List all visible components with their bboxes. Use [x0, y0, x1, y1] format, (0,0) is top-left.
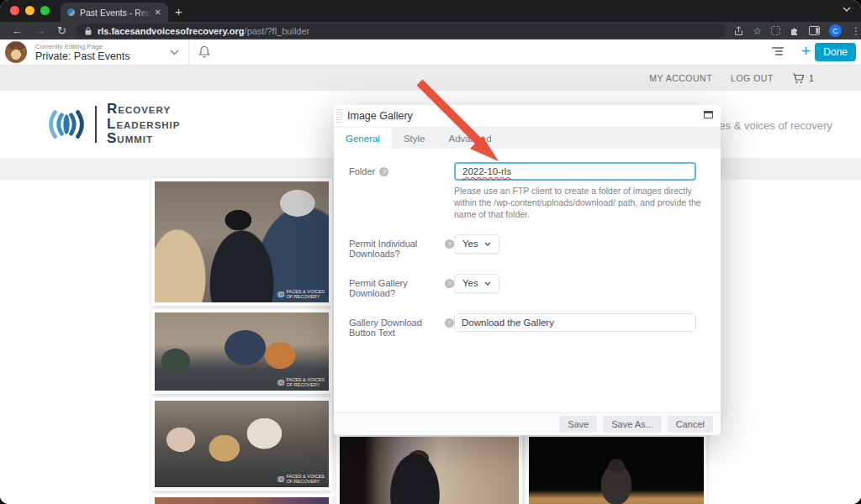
help-icon[interactable]: ? [445, 318, 454, 328]
folder-help-text: Please use an FTP client to create a fol… [454, 185, 706, 221]
folder-input[interactable]: 2022-10-rls [454, 162, 696, 181]
photo-watermark: ((|)) FACES & VOICESOF RECOVERY [277, 289, 325, 299]
site-tagline: faces & voices of recovery [705, 119, 832, 132]
button-text-label: Gallery Download Button Text [349, 318, 441, 338]
screen: Past Events - Recovery Leader ✕ + ← → ↻ … [0, 0, 861, 504]
button-text-input[interactable]: Download the Gallery [454, 313, 696, 332]
modal-tab-bar: General Style Advanced [334, 128, 721, 149]
logo-waves-icon [46, 108, 87, 141]
divider [188, 40, 189, 65]
my-account-link[interactable]: MY ACCOUNT [649, 73, 712, 83]
address-bar[interactable]: rls.facesandvoicesofrecovery.org/past/?f… [77, 24, 726, 38]
builder-page-chevron-icon[interactable] [170, 50, 179, 55]
modal-title: Image Gallery [347, 110, 413, 122]
folder-field-row: Folder ? 2022-10-rls Please use an FTP c… [349, 162, 697, 221]
tab-favicon-icon [67, 8, 75, 16]
site-logo[interactable]: Recovery Leadership Summit [46, 102, 181, 147]
builder-page-title: Private: Past Events [35, 50, 130, 62]
permit-gallery-row: Permit Gallery Download? ? Yes [349, 274, 697, 298]
gallery-photo-3[interactable]: ((|)) FACES & VOICESOF RECOVERY [151, 397, 332, 491]
share-icon[interactable] [734, 26, 743, 36]
image-gallery-settings-modal: Image Gallery General Style Advanced Fol… [334, 105, 721, 435]
save-button[interactable]: Save [559, 416, 597, 433]
modal-header[interactable]: Image Gallery [334, 105, 721, 128]
permit-individual-value: Yes [462, 239, 478, 249]
logo-word-recovery: Recovery [107, 102, 181, 118]
help-icon[interactable]: ? [445, 279, 454, 288]
tab-general[interactable]: General [334, 128, 392, 149]
browser-toolbar: ← → ↻ rls.facesandvoicesofrecovery.org/p… [0, 22, 861, 39]
lock-icon [85, 27, 92, 35]
gallery-photo-5[interactable] [336, 433, 522, 504]
cart-link[interactable]: 1 [792, 73, 814, 84]
beaver-builder-logo-icon[interactable] [5, 41, 27, 63]
window-close-button[interactable] [10, 6, 19, 15]
logo-divider [95, 106, 97, 143]
permit-gallery-value: Yes [462, 278, 478, 288]
folder-value: 2022-10-rls [462, 166, 511, 176]
logo-word-summit: Summit [107, 132, 181, 147]
button-text-value: Download the Gallery [462, 318, 554, 328]
help-icon[interactable]: ? [379, 167, 388, 176]
tab-title: Past Events - Recovery Leader [80, 8, 151, 18]
done-button[interactable]: Done [815, 43, 856, 61]
builder-top-bar: Currently Editing Page Private: Past Eve… [0, 39, 861, 66]
logo-wordmark: Recovery Leadership Summit [107, 102, 181, 147]
reload-icon[interactable]: ↻ [57, 24, 66, 37]
modal-footer: Save Save As... Cancel [334, 412, 721, 435]
extension-capture-icon[interactable] [771, 26, 780, 35]
cancel-button[interactable]: Cancel [668, 416, 713, 433]
watermark-waves-icon: ((|)) [277, 380, 284, 385]
outline-panel-icon[interactable] [772, 47, 784, 57]
tab-close-icon[interactable]: ✕ [155, 8, 161, 17]
cart-count: 1 [809, 73, 814, 83]
url-host: rls.facesandvoicesofrecovery.org [98, 26, 245, 36]
notifications-bell-icon[interactable] [198, 45, 210, 58]
profile-avatar[interactable]: C [829, 24, 842, 37]
browser-tab[interactable]: Past Events - Recovery Leader ✕ [61, 3, 168, 22]
extensions-puzzle-icon[interactable] [790, 26, 800, 36]
url-path: /past/?fl_builder [245, 26, 310, 36]
forward-icon[interactable]: → [34, 24, 45, 37]
browser-tab-strip: Past Events - Recovery Leader ✕ + [0, 0, 861, 22]
permit-individual-row: Permit Individual Downloads? ? Yes [349, 234, 697, 259]
cart-icon [792, 73, 805, 84]
button-text-row: Gallery Download Button Text ? Download … [349, 313, 697, 338]
window-minimize-button[interactable] [25, 6, 34, 15]
permit-individual-select[interactable]: Yes [454, 234, 499, 254]
photo-watermark: ((|)) FACES & VOICESOF RECOVERY [277, 377, 325, 387]
drag-handle-icon[interactable] [336, 109, 342, 123]
permit-gallery-label: Permit Gallery Download? [349, 278, 441, 298]
sidebar-icon[interactable] [809, 26, 820, 35]
bookmark-star-icon[interactable]: ☆ [753, 25, 762, 37]
tab-style[interactable]: Style [392, 128, 437, 149]
new-tab-button[interactable]: + [175, 4, 182, 19]
browser-menu-icon[interactable]: ⋮ [851, 25, 861, 37]
tab-search-chevron-icon[interactable] [843, 7, 851, 12]
window-zoom-button[interactable] [40, 6, 50, 15]
tab-advanced[interactable]: Advanced [437, 128, 504, 149]
permit-gallery-select[interactable]: Yes [454, 274, 499, 293]
url-text: rls.facesandvoicesofrecovery.org/past/?f… [98, 26, 309, 36]
window-mode-icon[interactable] [704, 111, 713, 118]
utility-nav: MY ACCOUNT LOG OUT 1 [0, 66, 861, 91]
watermark-waves-icon: ((|)) [277, 291, 284, 297]
add-content-button[interactable]: + [801, 42, 811, 60]
gallery-photo-2[interactable]: ((|)) FACES & VOICESOF RECOVERY [151, 309, 332, 394]
help-icon[interactable]: ? [445, 239, 454, 249]
folder-label: Folder [349, 166, 375, 176]
back-icon[interactable]: ← [12, 24, 23, 37]
gallery-photo-1[interactable]: ((|)) FACES & VOICESOF RECOVERY [151, 178, 332, 306]
builder-kicker: Currently Editing Page [35, 43, 103, 50]
gallery-photo-4[interactable] [151, 494, 332, 504]
modal-body: Folder ? 2022-10-rls Please use an FTP c… [334, 149, 721, 338]
photo-watermark: ((|)) FACES & VOICESOF RECOVERY [277, 474, 325, 484]
gallery-photo-6[interactable] [526, 433, 707, 504]
logo-word-leadership: Leadership [107, 118, 181, 133]
watermark-waves-icon: ((|)) [277, 476, 284, 481]
log-out-link[interactable]: LOG OUT [731, 73, 774, 83]
save-as-button[interactable]: Save As... [603, 416, 662, 433]
permit-individual-label: Permit Individual Downloads? [349, 239, 441, 259]
